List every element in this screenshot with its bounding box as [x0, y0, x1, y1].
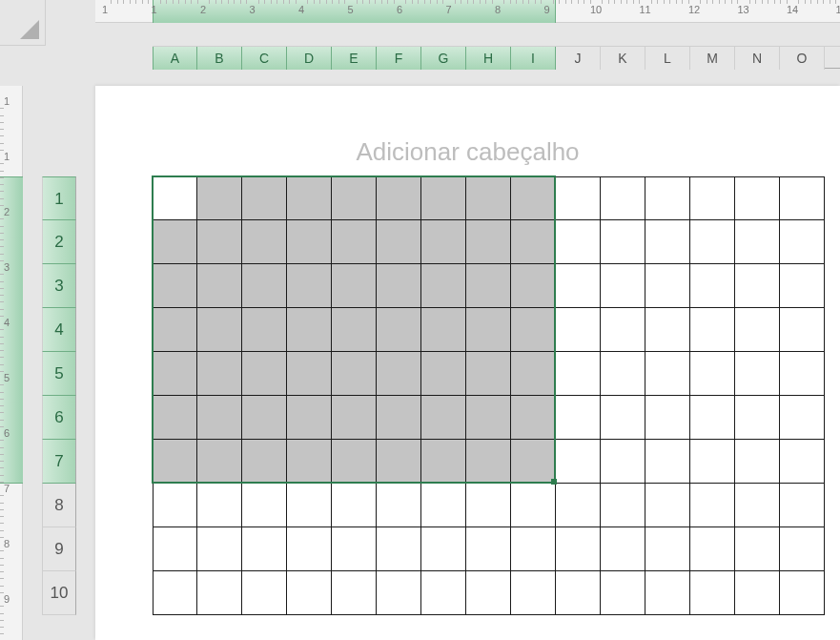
column-header-D[interactable]: D [287, 47, 332, 70]
cell-H3[interactable] [466, 264, 511, 308]
cell-G1[interactable] [421, 176, 466, 220]
cell-L5[interactable] [645, 352, 690, 396]
cell-K6[interactable] [601, 396, 645, 440]
cell-J7[interactable] [556, 440, 601, 484]
cell-J2[interactable] [556, 220, 601, 264]
cell-D3[interactable] [287, 264, 332, 308]
column-header-O[interactable]: O [780, 47, 825, 70]
cell-D10[interactable] [287, 571, 332, 615]
cell-O1[interactable] [780, 176, 825, 220]
cell-grid[interactable] [153, 176, 825, 615]
cell-L6[interactable] [645, 396, 690, 440]
cell-N6[interactable] [735, 396, 780, 440]
cell-A5[interactable] [153, 352, 197, 396]
cell-A9[interactable] [153, 527, 197, 571]
cell-G3[interactable] [421, 264, 466, 308]
cell-F6[interactable] [377, 396, 421, 440]
cell-I1[interactable] [511, 176, 556, 220]
cell-K7[interactable] [601, 440, 645, 484]
cell-G9[interactable] [421, 527, 466, 571]
cell-C7[interactable] [242, 440, 287, 484]
cell-F4[interactable] [377, 308, 421, 352]
cell-L3[interactable] [645, 264, 690, 308]
cell-N4[interactable] [735, 308, 780, 352]
cell-L8[interactable] [645, 484, 690, 527]
cell-H8[interactable] [466, 484, 511, 527]
cell-E1[interactable] [332, 176, 377, 220]
cell-H10[interactable] [466, 571, 511, 615]
column-header-I[interactable]: I [511, 47, 556, 70]
cell-J6[interactable] [556, 396, 601, 440]
cell-M1[interactable] [690, 176, 735, 220]
cell-O5[interactable] [780, 352, 825, 396]
cell-M7[interactable] [690, 440, 735, 484]
cell-E9[interactable] [332, 527, 377, 571]
cell-C6[interactable] [242, 396, 287, 440]
cell-B4[interactable] [197, 308, 242, 352]
cell-F9[interactable] [377, 527, 421, 571]
cell-D6[interactable] [287, 396, 332, 440]
cell-M8[interactable] [690, 484, 735, 527]
column-header-M[interactable]: M [690, 47, 735, 70]
cell-E10[interactable] [332, 571, 377, 615]
cell-G6[interactable] [421, 396, 466, 440]
cell-E7[interactable] [332, 440, 377, 484]
cell-K3[interactable] [601, 264, 645, 308]
row-header-8[interactable]: 8 [42, 484, 76, 527]
cell-J4[interactable] [556, 308, 601, 352]
cell-B5[interactable] [197, 352, 242, 396]
cell-A2[interactable] [153, 220, 197, 264]
cell-C10[interactable] [242, 571, 287, 615]
cell-I8[interactable] [511, 484, 556, 527]
cell-M9[interactable] [690, 527, 735, 571]
cell-M10[interactable] [690, 571, 735, 615]
cell-G2[interactable] [421, 220, 466, 264]
cell-G4[interactable] [421, 308, 466, 352]
cell-A10[interactable] [153, 571, 197, 615]
column-header-H[interactable]: H [466, 47, 511, 70]
cell-G7[interactable] [421, 440, 466, 484]
cell-A6[interactable] [153, 396, 197, 440]
cell-B1[interactable] [197, 176, 242, 220]
cell-O6[interactable] [780, 396, 825, 440]
cell-N8[interactable] [735, 484, 780, 527]
cell-F10[interactable] [377, 571, 421, 615]
cell-M6[interactable] [690, 396, 735, 440]
cell-K1[interactable] [601, 176, 645, 220]
cell-C2[interactable] [242, 220, 287, 264]
cell-O7[interactable] [780, 440, 825, 484]
cell-I5[interactable] [511, 352, 556, 396]
horizontal-ruler[interactable]: 1123456789101112131415 [95, 0, 840, 23]
row-header-3[interactable]: 3 [42, 264, 76, 308]
cell-I7[interactable] [511, 440, 556, 484]
column-header-N[interactable]: N [735, 47, 780, 70]
cell-M4[interactable] [690, 308, 735, 352]
cell-H4[interactable] [466, 308, 511, 352]
cell-J8[interactable] [556, 484, 601, 527]
cell-K4[interactable] [601, 308, 645, 352]
cell-D2[interactable] [287, 220, 332, 264]
row-header-1[interactable]: 1 [42, 176, 76, 220]
cell-F8[interactable] [377, 484, 421, 527]
row-header-9[interactable]: 9 [42, 527, 76, 571]
cell-E4[interactable] [332, 308, 377, 352]
row-header-6[interactable]: 6 [42, 396, 76, 440]
cell-N10[interactable] [735, 571, 780, 615]
cell-N9[interactable] [735, 527, 780, 571]
cell-E8[interactable] [332, 484, 377, 527]
cell-B10[interactable] [197, 571, 242, 615]
cell-I6[interactable] [511, 396, 556, 440]
cell-L4[interactable] [645, 308, 690, 352]
cell-K5[interactable] [601, 352, 645, 396]
cell-L2[interactable] [645, 220, 690, 264]
cell-A4[interactable] [153, 308, 197, 352]
cell-I3[interactable] [511, 264, 556, 308]
cell-B6[interactable] [197, 396, 242, 440]
cell-N5[interactable] [735, 352, 780, 396]
cell-C5[interactable] [242, 352, 287, 396]
cell-D9[interactable] [287, 527, 332, 571]
column-header-G[interactable]: G [421, 47, 466, 70]
cell-I2[interactable] [511, 220, 556, 264]
header-placeholder[interactable]: Adicionar cabeçalho [95, 137, 840, 167]
cell-H2[interactable] [466, 220, 511, 264]
